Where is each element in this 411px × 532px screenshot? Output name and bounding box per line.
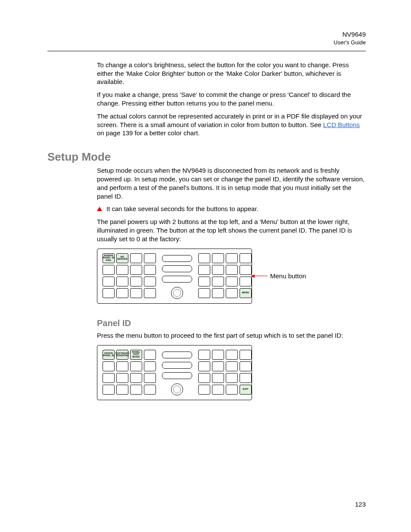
menu-button-callout: Menu button <box>251 272 306 280</box>
panel-frame: ENTER PANEL ID SOFTWARE VERSIONS PANEL T… <box>97 345 252 400</box>
panel-diagram-1: NV9649 PANEL ID 6491 NO SERVER <box>97 249 366 304</box>
arrow-stem <box>255 276 268 276</box>
rotary-knob <box>171 383 183 395</box>
blank-button <box>198 277 210 286</box>
display-pill <box>162 352 192 358</box>
callout-label: Menu button <box>270 272 306 280</box>
display-pill <box>162 276 192 283</box>
blank-button <box>240 350 252 360</box>
blank-button <box>226 288 238 298</box>
rotary-knob <box>171 287 183 299</box>
setup-mode-heading: Setup Mode <box>47 150 366 164</box>
note-icon <box>97 207 102 211</box>
blank-button <box>144 265 156 275</box>
blank-button <box>130 373 142 383</box>
blank-button <box>240 361 252 371</box>
blank-button <box>130 277 142 286</box>
blank-button <box>226 277 238 286</box>
exit-button: EXIT <box>240 385 252 395</box>
blank-button <box>226 253 238 263</box>
blank-button <box>198 385 210 395</box>
no-server-button: NO SERVER <box>116 253 128 263</box>
panel-right-grid: MENU <box>198 253 252 299</box>
blank-button <box>212 361 224 371</box>
page-header: NV9649 User's Guide <box>47 30 366 47</box>
header-product: NV9649 <box>47 30 366 39</box>
blank-button <box>103 288 115 298</box>
blank-button <box>103 385 115 395</box>
blank-button <box>198 373 210 383</box>
blank-button <box>226 361 238 371</box>
panel-left-grid: ENTER PANEL ID SOFTWARE VERSIONS PANEL T… <box>103 350 156 395</box>
display-pill <box>162 362 192 369</box>
blank-button <box>130 361 142 371</box>
blank-button <box>130 385 142 395</box>
panel-right-grid: EXIT <box>198 350 252 395</box>
blank-button <box>144 385 156 395</box>
blank-button <box>240 265 252 275</box>
intro-para-3: The actual colors cannot be represented … <box>97 112 366 137</box>
blank-button <box>103 373 115 383</box>
blank-button <box>144 277 156 286</box>
blank-button <box>144 288 156 298</box>
blank-button <box>144 373 156 383</box>
blank-button <box>116 288 128 298</box>
blank-button <box>226 385 238 395</box>
panel-id-heading: Panel ID <box>97 317 366 329</box>
blank-button <box>198 265 210 275</box>
intro-p3-b: on page 139 for a better color chart. <box>97 129 199 137</box>
blank-button <box>116 385 128 395</box>
header-subtitle: User's Guide <box>47 39 366 47</box>
blank-button <box>212 350 224 360</box>
blank-button <box>226 350 238 360</box>
blank-button <box>116 265 128 275</box>
blank-button <box>144 253 156 263</box>
blank-button <box>116 373 128 383</box>
panel-id-para-1: Press the menu button to proceed to the … <box>97 331 366 340</box>
setup-para-1: Setup mode occurs when the NV9649 is dis… <box>97 166 366 200</box>
enter-panel-id-button: ENTER PANEL ID <box>103 350 115 360</box>
lcd-buttons-link[interactable]: LCD Buttons <box>323 121 360 128</box>
blank-button <box>212 385 224 395</box>
panel-id-button: NV9649 PANEL ID 6491 <box>103 253 115 263</box>
blank-button <box>226 373 238 383</box>
blank-button <box>116 361 128 371</box>
blank-button <box>103 361 115 371</box>
blank-button <box>198 350 210 360</box>
blank-button <box>198 288 210 298</box>
panel-left-grid: NV9649 PANEL ID 6491 NO SERVER <box>103 253 156 299</box>
blank-button <box>103 265 115 275</box>
software-versions-button: SOFTWARE VERSIONS <box>116 350 128 360</box>
blank-button <box>212 288 224 298</box>
intro-para-1: To change a color's brightness, select t… <box>97 61 366 86</box>
intro-para-2: If you make a change, press 'Save' to co… <box>97 90 366 108</box>
blank-button <box>144 350 156 360</box>
blank-button <box>240 277 252 286</box>
setup-para-2: The panel powers up with 2 buttons at th… <box>97 218 366 243</box>
blank-button <box>240 253 252 263</box>
blank-button <box>240 373 252 383</box>
panel-diagram-2: ENTER PANEL ID SOFTWARE VERSIONS PANEL T… <box>97 345 366 400</box>
panel-mid <box>162 350 192 395</box>
blank-button <box>198 361 210 371</box>
setup-note: It can take several seconds for the butt… <box>97 205 366 213</box>
blank-button <box>103 277 115 286</box>
blank-button <box>226 265 238 275</box>
display-pill <box>162 255 192 262</box>
blank-button <box>116 277 128 286</box>
panel-mid <box>162 253 192 299</box>
panel-frame: NV9649 PANEL ID 6491 NO SERVER <box>97 249 252 304</box>
panel-test-mode-button: PANEL TEST MODE <box>130 350 142 360</box>
blank-button <box>130 253 142 263</box>
menu-button: MENU <box>240 288 252 298</box>
arrow-head-icon <box>251 274 255 278</box>
blank-button <box>212 277 224 286</box>
setup-note-text: It can take several seconds for the butt… <box>106 205 258 212</box>
blank-button <box>198 253 210 263</box>
header-rule <box>47 51 366 51</box>
blank-button <box>212 253 224 263</box>
blank-button <box>212 265 224 275</box>
display-pill <box>162 265 192 272</box>
page-number: 123 <box>355 501 366 508</box>
display-pill <box>162 372 192 379</box>
